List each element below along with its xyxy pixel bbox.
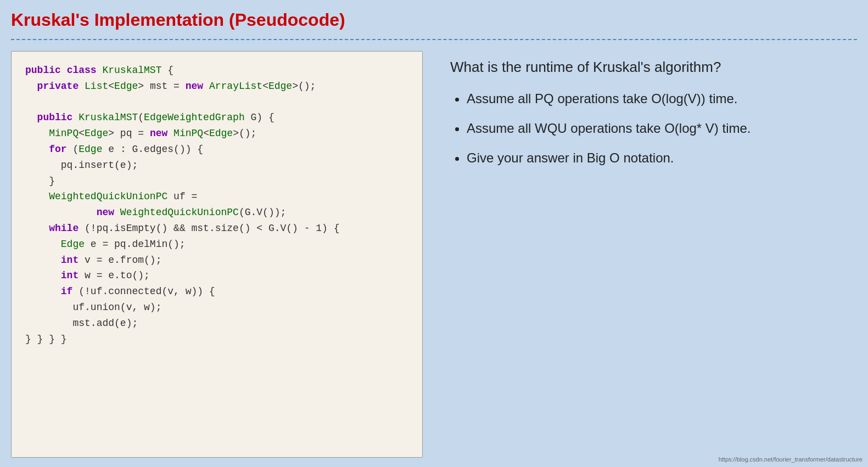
page-title: Kruskal's Implementation (Pseudocode) — [11, 5, 857, 35]
code-line-12: int v = e.from(); — [25, 252, 408, 268]
right-panel: What is the runtime of Kruskal's algorit… — [439, 51, 857, 458]
content-row: public class KruskalMST { private List<E… — [11, 51, 857, 458]
code-line-15: uf.union(v, w); — [25, 300, 408, 316]
code-line-9: new WeightedQuickUnionPC(G.V()); — [25, 205, 408, 221]
bullet-item-3: Give your answer in Big O notation. — [467, 148, 846, 168]
code-line-13: int w = e.to(); — [25, 268, 408, 284]
code-line-2: private List<Edge> mst = new ArrayList<E… — [25, 78, 408, 94]
title-divider — [11, 39, 857, 40]
question-text: What is the runtime of Kruskal's algorit… — [450, 57, 846, 78]
code-line-blank — [25, 94, 408, 110]
code-line-3: public KruskalMST(EdgeWeightedGraph G) { — [25, 110, 408, 126]
code-line-4: MinPQ<Edge> pq = new MinPQ<Edge>(); — [25, 126, 408, 142]
code-line-1: public class KruskalMST { — [25, 63, 408, 78]
code-line-17: } } } } — [25, 331, 408, 347]
code-panel: public class KruskalMST { private List<E… — [11, 51, 423, 458]
bullet-item-2: Assume all WQU operations take O(log* V)… — [467, 119, 846, 138]
bullet-item-1: Assume all PQ operations take O(log(V)) … — [467, 89, 846, 109]
watermark: https://blog.csdn.net/fourier_transforme… — [719, 456, 863, 463]
code-line-11: Edge e = pq.delMin(); — [25, 237, 408, 252]
bullet-list: Assume all PQ operations take O(log(V)) … — [450, 89, 846, 168]
code-line-16: mst.add(e); — [25, 316, 408, 331]
code-line-5: for (Edge e : G.edges()) { — [25, 142, 408, 157]
code-line-7: } — [25, 173, 408, 189]
code-line-10: while (!pq.isEmpty() && mst.size() < G.V… — [25, 221, 408, 237]
code-line-6: pq.insert(e); — [25, 157, 408, 173]
code-line-14: if (!uf.connected(v, w)) { — [25, 284, 408, 300]
page-container: Kruskal's Implementation (Pseudocode) pu… — [0, 0, 868, 467]
code-line-8: WeightedQuickUnionPC uf = — [25, 189, 408, 205]
